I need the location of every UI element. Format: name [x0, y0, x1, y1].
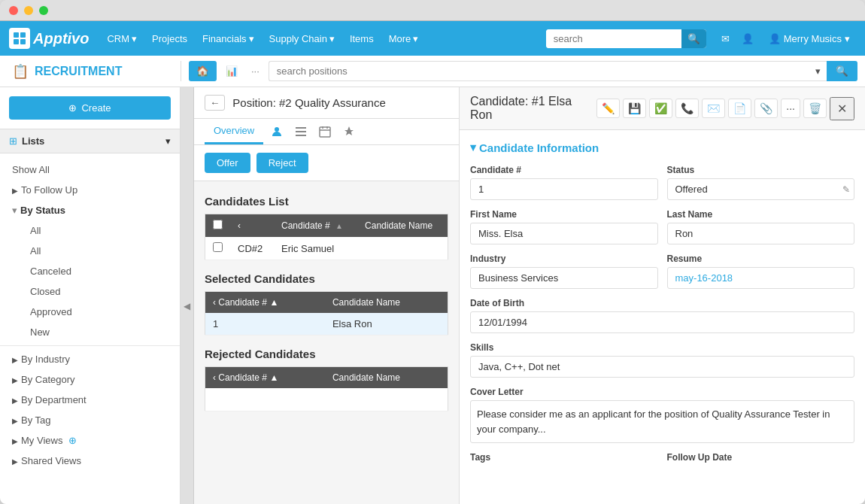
th-checkbox — [205, 214, 231, 238]
offer-button[interactable]: Offer — [205, 153, 250, 173]
sidebar-by-status[interactable]: ▾ By Status — [0, 200, 180, 220]
th-prev[interactable]: ‹ — [230, 214, 274, 238]
lists-chevron-icon: ▾ — [165, 135, 171, 147]
sidebar-my-views[interactable]: My Views ⊕ — [0, 430, 180, 451]
user-menu[interactable]: 👤 Merry Musics — [763, 30, 856, 47]
th-candidate-num[interactable]: Candidate # ▲ — [274, 214, 357, 238]
phone-icon-button[interactable]: 📞 — [675, 99, 699, 118]
status-edit-icon[interactable]: ✎ — [842, 184, 850, 195]
industry-input[interactable] — [470, 267, 658, 289]
email-icon-button[interactable]: ✉️ — [702, 99, 725, 118]
skills-label: Skills — [470, 342, 854, 353]
selected-table-row[interactable]: 1 Elsa Ron — [205, 313, 448, 335]
second-nav-right: 🏠 📊 ··· ▾ 🔍 — [181, 61, 865, 81]
global-search-button[interactable]: 🔍 — [681, 29, 706, 48]
th-rejected-num[interactable]: ‹ Candidate # ▲ — [205, 367, 325, 389]
skills-input[interactable] — [470, 356, 854, 378]
th-rejected-name[interactable]: Candidate Name — [325, 367, 448, 389]
lists-header[interactable]: ⊞ Lists ▾ — [0, 129, 180, 153]
svg-rect-1 — [20, 32, 26, 38]
th-candidate-name[interactable]: Candidate Name — [357, 214, 448, 238]
close-button[interactable] — [9, 6, 18, 15]
minimize-button[interactable] — [24, 6, 33, 15]
more-icon-button[interactable]: ··· — [781, 99, 800, 118]
select-all-checkbox[interactable] — [213, 220, 223, 229]
candidate-num-input[interactable] — [470, 178, 658, 200]
svg-point-4 — [275, 127, 279, 132]
th-selected-num[interactable]: ‹ Candidate # ▲ — [205, 292, 325, 314]
tab-calendar[interactable] — [314, 121, 335, 142]
candidates-list-title: Candidates List — [205, 195, 448, 208]
nav-more[interactable]: More — [383, 30, 425, 47]
nav-items[interactable]: Items — [344, 30, 380, 47]
notes-icon-button[interactable]: 📄 — [728, 99, 751, 118]
row-checkbox[interactable] — [213, 242, 223, 252]
maximize-button[interactable] — [39, 6, 48, 15]
plus-icon: ⊕ — [68, 102, 77, 114]
svg-rect-5 — [296, 127, 306, 129]
to-follow-up-arrow-icon — [12, 184, 18, 196]
first-name-input[interactable] — [470, 223, 658, 244]
cover-letter-field: Cover Letter Please consider me as an ap… — [470, 387, 854, 443]
close-detail-button[interactable]: ✕ — [830, 97, 854, 120]
action-row: Offer Reject — [194, 145, 459, 181]
bar-chart-icon[interactable]: 📊 — [221, 61, 242, 81]
by-tag-arrow-icon — [12, 414, 18, 426]
status-input[interactable] — [667, 178, 855, 200]
sidebar-shared-views[interactable]: Shared Views — [0, 451, 180, 471]
detail-body: ▾ Candidate Information Candidate # Stat… — [460, 130, 865, 504]
sidebar-status-all[interactable]: All — [18, 220, 180, 241]
reject-button[interactable]: Reject — [256, 153, 308, 173]
tags-field: Tags — [470, 452, 658, 463]
section-collapse[interactable]: ▾ Candidate Information — [470, 141, 854, 154]
sidebar-by-industry[interactable]: By Industry — [0, 349, 180, 369]
delete-icon-button[interactable]: 🗑️ — [803, 99, 827, 118]
create-button[interactable]: ⊕ Create — [9, 96, 171, 120]
save-icon-button[interactable]: 💾 — [623, 99, 646, 118]
tab-pin[interactable] — [338, 121, 360, 142]
global-search: 🔍 — [546, 29, 706, 48]
sidebar-status-closed[interactable]: Canceled — [18, 261, 180, 281]
dob-input[interactable] — [470, 311, 854, 333]
sidebar-status-new[interactable]: Approved — [18, 302, 180, 322]
position-search-input[interactable] — [269, 61, 809, 81]
mail-icon[interactable]: ✉ — [718, 30, 733, 47]
sidebar-status-items: All All Canceled Closed Approved New — [0, 220, 180, 342]
nav-supply-chain[interactable]: Supply Chain — [263, 30, 341, 47]
check-icon-button[interactable]: ✅ — [649, 99, 672, 118]
global-search-input[interactable] — [546, 29, 681, 48]
more-options-icon[interactable]: ··· — [247, 61, 264, 81]
position-title: Position: #2 Quality Assurance — [232, 96, 385, 109]
table-row[interactable]: CD#2 Eric Samuel — [205, 237, 448, 260]
position-search: ▾ 🔍 — [269, 61, 857, 81]
last-name-input[interactable] — [667, 223, 855, 244]
sidebar-status-approved[interactable]: Closed — [18, 281, 180, 302]
sidebar-by-category[interactable]: By Category — [0, 369, 180, 390]
nav-financials[interactable]: Financials — [196, 30, 260, 47]
back-button[interactable]: ← — [205, 95, 225, 111]
th-selected-name[interactable]: Candidate Name — [325, 292, 448, 314]
position-search-dropdown[interactable]: ▾ — [809, 61, 827, 81]
nav-crm[interactable]: CRM — [101, 30, 143, 47]
sidebar-collapse-button[interactable]: ◀ — [181, 87, 194, 504]
position-search-button[interactable]: 🔍 — [827, 61, 857, 81]
tab-list[interactable] — [290, 121, 311, 142]
sidebar-status-canceled[interactable]: All — [18, 241, 180, 261]
attachment-icon-button[interactable]: 📎 — [754, 99, 778, 118]
sidebar-show-all[interactable]: Show All — [0, 159, 180, 180]
section-title: Candidate Information — [479, 141, 599, 154]
resume-link[interactable]: may-16-2018 — [667, 267, 855, 289]
edit-icon-button[interactable]: ✏️ — [596, 99, 620, 118]
sidebar-by-department[interactable]: By Department — [0, 390, 180, 410]
position-tabs: Overview — [194, 119, 459, 145]
sidebar-status-on-hold[interactable]: New — [18, 322, 180, 342]
tab-profile[interactable] — [266, 121, 287, 142]
sidebar-by-tag[interactable]: By Tag — [0, 410, 180, 430]
home-button[interactable]: 🏠 — [189, 61, 217, 81]
nav-projects[interactable]: Projects — [146, 30, 193, 47]
position-header: ← Position: #2 Quality Assurance — [194, 87, 459, 119]
tab-overview[interactable]: Overview — [205, 119, 263, 144]
my-views-add-icon[interactable]: ⊕ — [68, 435, 77, 446]
user-icon[interactable]: 👤 — [739, 30, 757, 47]
sidebar-to-follow-up[interactable]: To Follow Up — [0, 180, 180, 200]
